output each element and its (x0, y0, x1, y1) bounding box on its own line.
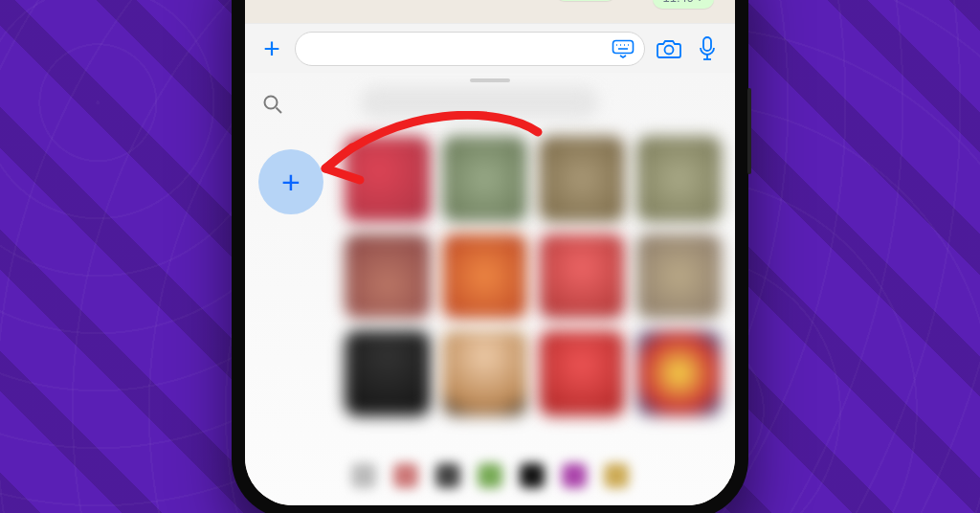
message-input[interactable] (295, 32, 645, 66)
sticker-item[interactable] (345, 330, 431, 416)
svg-line-11 (277, 108, 282, 114)
create-sticker-button[interactable]: + (258, 149, 323, 214)
message-input-bar: + (245, 23, 735, 73)
phone-frame: 11:49 ✓ 11:49 ✓ + (232, 0, 748, 513)
sticker-pack[interactable] (478, 463, 502, 488)
plus-icon: + (281, 164, 301, 201)
message-bubble[interactable]: 11:49 ✓ (555, 0, 616, 1)
svg-point-6 (665, 45, 674, 54)
sticker-keyboard-icon[interactable] (612, 39, 635, 58)
sticker-item[interactable] (636, 234, 723, 320)
camera-button[interactable] (655, 34, 683, 63)
sticker-item[interactable] (442, 136, 528, 222)
sticker-item[interactable] (442, 234, 528, 320)
message-timestamp: 11:49 (662, 0, 694, 5)
sticker-item[interactable] (539, 234, 625, 320)
svg-rect-0 (613, 40, 634, 53)
microphone-button[interactable] (693, 34, 722, 63)
sticker-item[interactable] (539, 136, 625, 222)
check-icon: ✓ (697, 0, 706, 5)
sticker-pack[interactable] (520, 463, 545, 488)
sticker-pack[interactable] (435, 463, 460, 488)
sticker-pack[interactable] (393, 463, 418, 488)
phone-screen: 11:49 ✓ 11:49 ✓ + (245, 0, 735, 505)
svg-point-10 (265, 97, 278, 109)
sticker-grid (345, 136, 722, 416)
phone-side-button (747, 88, 751, 174)
plus-icon: + (263, 33, 280, 65)
sticker-category-tabs[interactable] (360, 86, 599, 119)
sticker-item[interactable] (636, 330, 723, 416)
sticker-item[interactable] (636, 136, 723, 222)
sticker-pack[interactable] (351, 463, 376, 488)
svg-rect-7 (703, 37, 711, 51)
sticker-panel: + (245, 73, 735, 505)
sticker-pack[interactable] (562, 463, 587, 488)
drag-handle[interactable] (470, 78, 510, 82)
sticker-item[interactable] (442, 330, 528, 416)
search-icon[interactable] (262, 94, 283, 115)
sticker-pack-strip[interactable] (258, 463, 722, 492)
sticker-item[interactable] (345, 234, 431, 320)
chat-area: 11:49 ✓ 11:49 ✓ (245, 0, 735, 23)
message-bubble[interactable]: 11:49 ✓ (653, 0, 714, 9)
attach-button[interactable]: + (258, 35, 285, 62)
sticker-pack[interactable] (604, 463, 629, 488)
sticker-item[interactable] (539, 330, 625, 416)
sticker-item[interactable] (345, 136, 431, 222)
